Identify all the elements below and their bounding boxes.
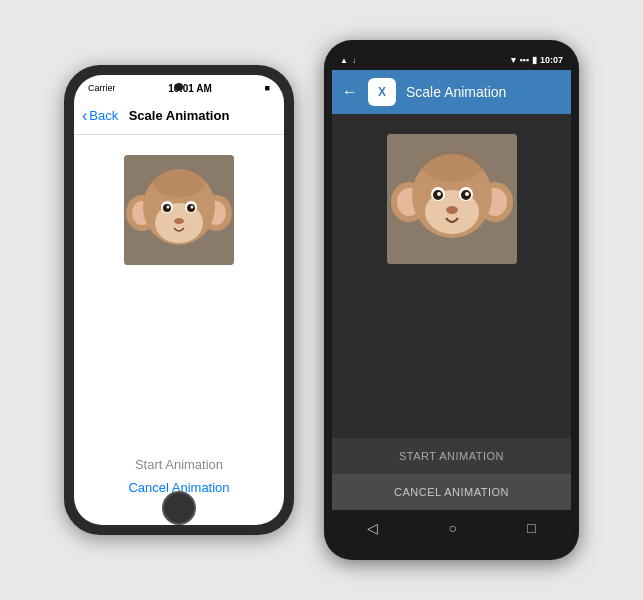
ios-content: Start Animation Cancel Animation (74, 135, 284, 525)
svg-point-14 (153, 169, 205, 197)
svg-point-29 (422, 150, 482, 182)
ios-back-chevron-icon: ‹ (82, 108, 87, 124)
svg-point-12 (191, 206, 194, 209)
android-back-nav-icon[interactable]: ◁ (367, 520, 378, 536)
android-status-left: ▲ ↓ (340, 56, 356, 65)
svg-point-13 (174, 218, 184, 224)
android-signal-icon: ▪▪▪ (519, 55, 529, 65)
android-download-icon: ↓ (352, 56, 356, 65)
android-back-button[interactable]: ← (342, 83, 358, 101)
android-toolbar: ← X Scale Animation (332, 70, 571, 114)
android-home-nav-icon[interactable]: ○ (449, 520, 457, 536)
android-app-icon: X (368, 78, 396, 106)
ios-device: Carrier 10:01 AM ■ ‹ Back Scale Animatio… (64, 65, 294, 535)
ios-battery: ■ (265, 83, 270, 93)
android-warning-icon: ▲ (340, 56, 348, 65)
android-start-animation-button[interactable]: START ANIMATION (332, 438, 571, 474)
android-monkey-image (387, 134, 517, 264)
android-recent-nav-icon[interactable]: □ (527, 520, 535, 536)
android-bottom-buttons: START ANIMATION CANCEL ANIMATION (332, 438, 571, 510)
ios-start-animation-button[interactable]: Start Animation (135, 457, 223, 472)
svg-point-28 (446, 206, 458, 214)
svg-point-27 (465, 192, 469, 196)
android-cancel-animation-button[interactable]: CANCEL ANIMATION (332, 474, 571, 510)
android-time: 10:07 (540, 55, 563, 65)
android-battery-icon: ▮ (532, 55, 537, 65)
ios-home-button[interactable] (162, 491, 196, 525)
ios-nav-title: Scale Animation (129, 108, 230, 123)
monkey-svg (124, 155, 234, 265)
android-wifi-icon: ▾ (511, 55, 516, 65)
android-status-bar: ▲ ↓ ▾ ▪▪▪ ▮ 10:07 (332, 50, 571, 70)
android-nav-bar: ◁ ○ □ (332, 510, 571, 546)
android-content (332, 114, 571, 438)
android-screen: ▲ ↓ ▾ ▪▪▪ ▮ 10:07 ← X Scale Animation (332, 50, 571, 546)
ios-monkey-image (124, 155, 234, 265)
ios-back-button[interactable]: ‹ Back (82, 108, 118, 124)
ios-carrier: Carrier (88, 83, 116, 93)
android-monkey-svg (387, 134, 517, 264)
ios-camera (175, 83, 183, 91)
android-device: ▲ ↓ ▾ ▪▪▪ ▮ 10:07 ← X Scale Animation (324, 40, 579, 560)
ios-back-label: Back (89, 108, 118, 123)
svg-point-26 (437, 192, 441, 196)
android-app-icon-label: X (378, 85, 386, 99)
ios-nav-bar: ‹ Back Scale Animation (74, 97, 284, 135)
android-status-right: ▾ ▪▪▪ ▮ 10:07 (511, 55, 563, 65)
android-toolbar-title: Scale Animation (406, 84, 506, 100)
svg-point-11 (167, 206, 170, 209)
